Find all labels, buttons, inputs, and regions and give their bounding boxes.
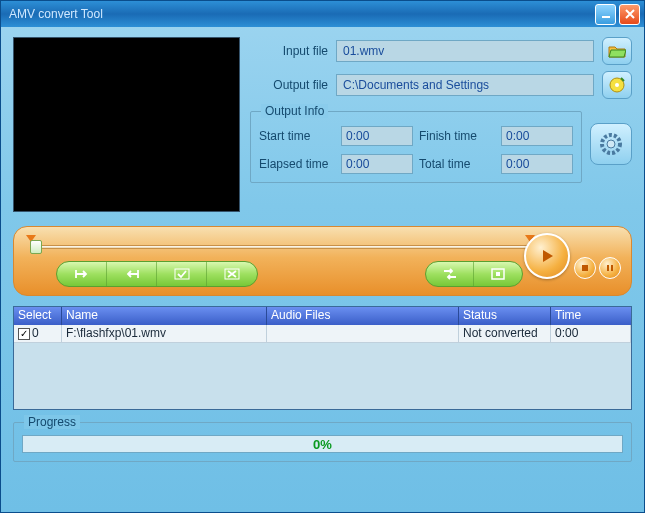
content-area: Input file 01.wmv Output file C:\Documen… [1, 27, 644, 472]
output-file-value: C:\Documents and Settings [343, 78, 489, 92]
pause-icon [605, 263, 615, 273]
cell-time: 0:00 [551, 325, 631, 342]
output-info-row-1: Start time 0:00 Finish time 0:00 [259, 126, 573, 146]
playback-bar [13, 226, 632, 296]
progress-bar: 0% [22, 435, 623, 453]
start-time-label: Start time [259, 129, 335, 143]
total-time-value: 0:00 [501, 154, 573, 174]
cell-status: Not converted [459, 325, 551, 342]
header-select[interactable]: Select [14, 307, 62, 325]
play-cluster [524, 233, 621, 279]
svg-point-2 [615, 83, 619, 87]
fullscreen-button[interactable] [474, 262, 522, 286]
play-button[interactable] [524, 233, 570, 279]
header-name[interactable]: Name [62, 307, 267, 325]
progress-group: Progress 0% [13, 422, 632, 462]
folder-open-icon [608, 43, 626, 59]
input-file-field[interactable]: 01.wmv [336, 40, 594, 62]
progress-value: 0% [313, 437, 332, 452]
svg-rect-9 [582, 265, 588, 271]
top-row: Input file 01.wmv Output file C:\Documen… [13, 37, 632, 212]
output-file-row: Output file C:\Documents and Settings [250, 71, 632, 99]
input-file-label: Input file [250, 44, 328, 58]
svg-rect-0 [602, 16, 610, 18]
window-controls [595, 4, 640, 25]
seek-rail [30, 245, 531, 249]
input-file-value: 01.wmv [343, 44, 384, 58]
elapsed-time-value: 0:00 [341, 154, 413, 174]
table-header: Select Name Audio Files Status Time [14, 307, 631, 325]
output-file-field[interactable]: C:\Documents and Settings [336, 74, 594, 96]
header-audio[interactable]: Audio Files [267, 307, 459, 325]
total-time-label: Total time [419, 157, 495, 171]
mark-button-group [56, 261, 258, 287]
svg-rect-11 [611, 265, 613, 271]
table-row[interactable]: 0 F:\flashfxp\01.wmv Not converted 0:00 [14, 325, 631, 343]
row-checkbox[interactable] [18, 328, 30, 340]
progress-legend: Progress [24, 415, 80, 429]
output-info-group: Output Info Start time 0:00 Finish time … [250, 111, 582, 183]
svg-rect-10 [607, 265, 609, 271]
pause-button[interactable] [599, 257, 621, 279]
cell-audio [267, 325, 459, 342]
seek-thumb[interactable] [30, 240, 42, 254]
cell-name: F:\flashfxp\01.wmv [62, 325, 267, 342]
play-icon [538, 247, 556, 265]
svg-rect-5 [175, 269, 189, 279]
header-status[interactable]: Status [459, 307, 551, 325]
output-info-row-2: Elapsed time 0:00 Total time 0:00 [259, 154, 573, 174]
close-button[interactable] [619, 4, 640, 25]
convert-button-group [425, 261, 523, 287]
output-info-legend: Output Info [261, 104, 328, 118]
stop-button[interactable] [574, 257, 596, 279]
mark-in-button[interactable] [57, 262, 107, 286]
gear-icon [598, 131, 624, 157]
settings-button[interactable] [590, 123, 632, 165]
window-title: AMV convert Tool [9, 7, 103, 21]
mark-out-button[interactable] [107, 262, 157, 286]
svg-point-4 [607, 140, 615, 148]
seek-slider[interactable] [30, 237, 531, 251]
start-time-value: 0:00 [341, 126, 413, 146]
output-info-wrap: Output Info Start time 0:00 Finish time … [250, 105, 632, 183]
stop-icon [580, 263, 590, 273]
cancel-button[interactable] [207, 262, 257, 286]
svg-rect-8 [496, 272, 500, 276]
finish-time-label: Finish time [419, 129, 495, 143]
input-file-row: Input file 01.wmv [250, 37, 632, 65]
convert-button[interactable] [426, 262, 474, 286]
app-window: AMV convert Tool Input file 01.wmv [0, 0, 645, 513]
minimize-button[interactable] [595, 4, 616, 25]
file-settings-column: Input file 01.wmv Output file C:\Documen… [250, 37, 632, 212]
disc-icon [608, 76, 626, 94]
cell-select[interactable]: 0 [14, 325, 62, 342]
row-index: 0 [32, 326, 39, 340]
output-file-label: Output file [250, 78, 328, 92]
video-preview [13, 37, 240, 212]
titlebar: AMV convert Tool [1, 1, 644, 27]
check-button[interactable] [157, 262, 207, 286]
finish-time-value: 0:00 [501, 126, 573, 146]
elapsed-time-label: Elapsed time [259, 157, 335, 171]
header-time[interactable]: Time [551, 307, 631, 325]
browse-output-button[interactable] [602, 71, 632, 99]
file-table: Select Name Audio Files Status Time 0 F:… [13, 306, 632, 410]
browse-input-button[interactable] [602, 37, 632, 65]
